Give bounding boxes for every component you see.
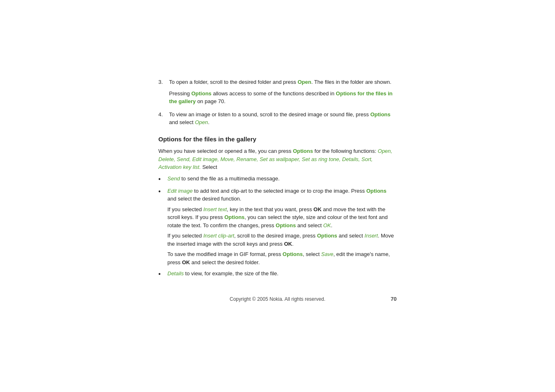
sub2-text3: and select <box>337 233 365 239</box>
step-4-text2: and select <box>169 119 195 125</box>
bullet-send-text: to send the file as a multimedia message… <box>180 175 280 182</box>
bullet-edit-image-content: Edit image to add text and clip-art to t… <box>168 187 397 267</box>
bullet-list: • Send to send the file as a multimedia … <box>159 175 397 279</box>
section-body1-text2: for the following functions: <box>313 148 378 154</box>
sub-para-insert-text: If you selected Insert text, key in the … <box>168 205 397 230</box>
step-4-options-link: Options <box>370 111 390 118</box>
bullet-send-label: Send <box>168 175 180 182</box>
step-4-content: To view an image or listen to a sound, s… <box>169 111 397 127</box>
sub-text5: and select <box>296 222 323 228</box>
bullet-send: • Send to send the file as a multimedia … <box>159 175 397 184</box>
step-4-text1: To view an image or listen to a sound, s… <box>169 111 371 118</box>
step-3-open-link: Open <box>297 79 311 85</box>
bullet-edit-image-label: Edit image <box>168 188 193 194</box>
insert-text-link: Insert text <box>203 206 227 212</box>
step-4-number: 4. <box>159 111 167 127</box>
step-3-indent-text1: Pressing <box>169 90 191 97</box>
footer-page-number: 70 <box>391 295 396 303</box>
step-3-content: To open a folder, scroll to the desired … <box>169 78 397 106</box>
sub2-ok: OK <box>284 241 292 247</box>
step-3-indent-text3: on page <box>196 98 218 104</box>
step-3-number: 3. <box>159 78 167 106</box>
sub3-text2: , select <box>303 251 321 257</box>
bullet-dot-3: • <box>159 270 164 279</box>
bullet-details-text: to view, for example, the size of the fi… <box>184 270 279 277</box>
bullet-edit-image-options: Options <box>366 188 387 194</box>
bullet-send-content: Send to send the file as a multimedia me… <box>168 175 397 183</box>
insert-clip-art-link: Insert clip-art <box>203 233 234 239</box>
step-3-page-ref: 70 <box>218 98 224 104</box>
section-body1-options: Options <box>293 148 313 154</box>
sub-options1: Options <box>224 214 244 220</box>
sub2-text1: If you selected <box>168 233 203 239</box>
sub-options2: Options <box>276 222 296 228</box>
sub-ok1: OK <box>313 206 322 212</box>
sub-para-save: To save the modified image in GIF format… <box>168 250 397 266</box>
sub-ok-italic: OK <box>323 222 331 228</box>
step-3-text2: . The files in the folder are shown. <box>311 79 391 85</box>
step-3-text1: To open a folder, scroll to the desired … <box>169 79 298 85</box>
sub3-save-italic: Save <box>321 251 334 257</box>
step-3-indent-text4: . <box>224 98 226 104</box>
bullet-details-label: Details <box>168 270 184 277</box>
sub3-ok: OK <box>182 259 190 265</box>
bullet-dot-1: • <box>159 175 164 184</box>
bullet-edit-image-text2: and select the desired function. <box>168 196 242 202</box>
step-3: 3. To open a folder, scroll to the desir… <box>159 78 397 106</box>
bullet-details-content: Details to view, for example, the size o… <box>168 270 397 278</box>
sub3-text4: and select the desired folder. <box>190 259 260 265</box>
sub3-text1: To save the modified image in GIF format… <box>168 251 283 257</box>
section-body1: When you have selected or opened a file,… <box>159 147 397 171</box>
bullet-details: • Details to view, for example, the size… <box>159 270 397 279</box>
step-4: 4. To view an image or listen to a sound… <box>159 111 397 127</box>
sub2-insert-italic: Insert <box>364 233 378 239</box>
page-content: 3. To open a folder, scroll to the desir… <box>159 78 397 303</box>
step-3-indent: Pressing Options allows access to some o… <box>169 90 397 106</box>
step-4-open-italic: Open <box>195 119 208 125</box>
step-3-indent-text2: allows access to some of the functions d… <box>212 90 336 97</box>
sub-text2: , key in the text that you want, press <box>227 206 313 212</box>
step-4-text3: . <box>208 119 210 125</box>
step-3-options-link1: Options <box>191 90 212 97</box>
sub2-options: Options <box>317 233 337 239</box>
sub-text1: If you selected <box>168 206 203 212</box>
sub2-text2: , scroll to the desired image, press <box>234 233 317 239</box>
section-body1-text3: Select <box>201 164 217 170</box>
sub-text6: . <box>331 222 332 228</box>
bullet-dot-2: • <box>159 187 164 196</box>
numbered-list: 3. To open a folder, scroll to the desir… <box>159 78 397 127</box>
footer-copyright: Copyright © 2005 Nokia. All rights reser… <box>230 295 325 303</box>
sub-para-insert-clip-art: If you selected Insert clip-art, scroll … <box>168 232 397 248</box>
section-heading: Options for the files in the gallery <box>159 135 397 144</box>
sub2-text5: . <box>292 241 294 247</box>
sub3-options: Options <box>283 251 303 257</box>
bullet-edit-image-text1: to add text and clip-art to the selected… <box>193 188 366 194</box>
section-body1-text1: When you have selected or opened a file,… <box>159 148 293 154</box>
footer: Copyright © 2005 Nokia. All rights reser… <box>159 295 397 303</box>
bullet-edit-image: • Edit image to add text and clip-art to… <box>159 187 397 267</box>
